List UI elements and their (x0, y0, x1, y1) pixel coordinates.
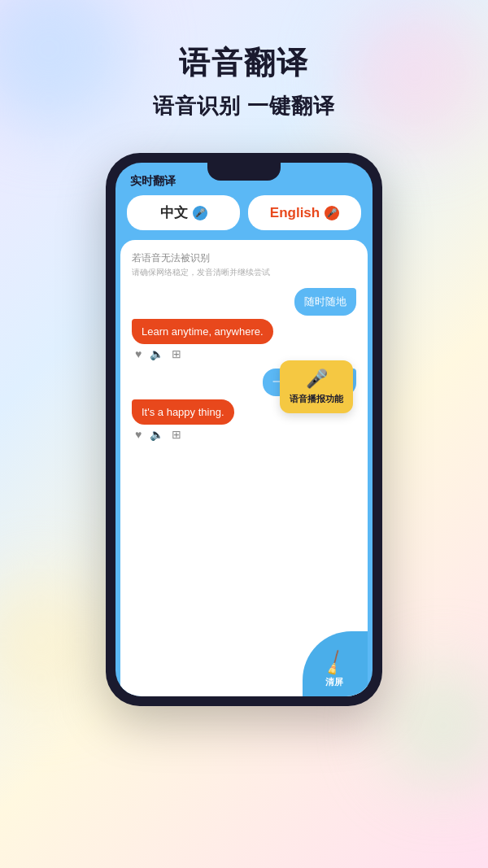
bubble-2-actions: ♥ 🔈 ⊞ (135, 428, 356, 441)
clear-screen-button[interactable]: 🧹 清屏 (303, 631, 368, 696)
hint-line2: 请确保网络稳定，发音清晰并继续尝试 (132, 267, 356, 278)
chinese-lang-button[interactable]: 中文 🎤 (127, 195, 240, 230)
phone-notch (207, 163, 281, 181)
speaker-icon-2[interactable]: 🔈 (150, 428, 163, 441)
bubble-right-1: 随时随地 (294, 288, 356, 316)
voice-tooltip: 🎤 语音播报功能 (280, 360, 353, 413)
language-selector-row: 中文 🎤 English 🎤 (115, 195, 373, 240)
chinese-mic-icon: 🎤 (193, 206, 207, 220)
speaker-icon-1[interactable]: 🔈 (150, 347, 163, 360)
heart-icon-2[interactable]: ♥ (135, 428, 142, 441)
copy-icon-2[interactable]: ⊞ (172, 428, 181, 441)
english-mic-icon: 🎤 (325, 206, 339, 220)
bubble-1-actions: ♥ 🔈 ⊞ (135, 347, 356, 360)
copy-icon-1[interactable]: ⊞ (172, 347, 181, 360)
english-label: English (270, 205, 320, 221)
app-title: 实时翻译 (130, 174, 176, 189)
bubble-left-1: Learn anytime, anywhere. (132, 319, 273, 344)
phone-mockup: 实时翻译 中文 🎤 English 🎤 若语音无法被识别 请确保网络稳定，发音清… (106, 153, 382, 706)
english-lang-button[interactable]: English 🎤 (248, 195, 361, 230)
main-title: 语音翻译 (179, 42, 309, 84)
tooltip-label: 语音播报功能 (290, 393, 343, 405)
sub-title: 语音识别 一键翻译 (153, 92, 335, 120)
chat-area: 若语音无法被识别 请确保网络稳定，发音清晰并继续尝试 随时随地 Learn an… (120, 240, 368, 696)
chat-pair-1: 随时随地 Learn anytime, anywhere. ♥ 🔈 ⊞ (132, 288, 356, 360)
broom-icon: 🧹 (320, 649, 349, 678)
clear-label: 清屏 (325, 676, 343, 688)
bubble-left-2: It's a happy thing. (132, 399, 234, 425)
heart-icon-1[interactable]: ♥ (135, 347, 142, 360)
tooltip-mic-icon: 🎤 (306, 369, 328, 390)
chinese-label: 中文 (160, 203, 188, 222)
hint-line1: 若语音无法被识别 (132, 251, 356, 265)
